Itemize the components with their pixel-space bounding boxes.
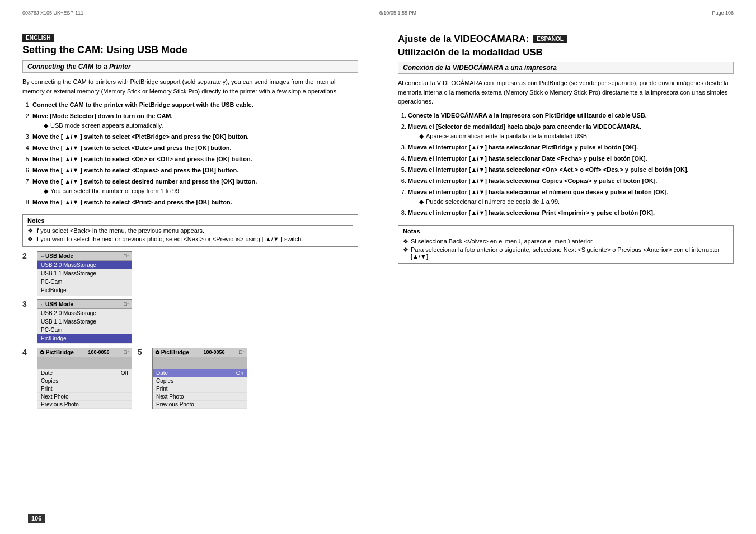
- document-date: 6/10/05 1:55 PM: [379, 10, 416, 16]
- page-number: 106: [28, 514, 45, 523]
- screen-5-label: ✿ PictBridge: [155, 349, 189, 355]
- step-2-bullet-es: ◆ Aparece automáticamente la pantalla de…: [419, 132, 734, 141]
- corner-mark-tl: +: [4, 4, 7, 10]
- screen-4-row-date: Date Off: [37, 369, 132, 377]
- right-column: Ajuste de la VIDEOCÁMARA: ESPAÑOL Utiliz…: [398, 34, 734, 512]
- document-page: Page 106: [712, 10, 734, 16]
- step-2-bullet-en: ◆ USB mode screen appears automatically.: [44, 121, 358, 130]
- corner-mark-tr: +: [749, 4, 752, 10]
- ajuste-title: Ajuste de la VIDEOCÁMARA:: [398, 34, 529, 45]
- screen-5-mockup: ✿ PictBridge 100-0056 □↑ Date On Copies: [152, 348, 247, 409]
- step-5-es: Mueva el interruptor [▲/▼] hasta selecci…: [408, 165, 734, 175]
- screen-4-mockup: ✿ PictBridge 100-0056 □↑ Date Off Copies: [37, 348, 132, 409]
- screen-5: 5 ✿ PictBridge 100-0056 □↑ Date On: [138, 348, 247, 409]
- step-7-en: Move the [ ▲/▼ ] switch to select desire…: [32, 177, 358, 196]
- notes-item-1-en: ❖ If you select <Back> in the menu, the …: [27, 227, 353, 235]
- section-title-en: Connecting the CAM to a Printer: [22, 60, 358, 73]
- notes-title-es: Notas: [403, 228, 729, 236]
- screen-5-topbar: ✿ PictBridge 100-0056 □↑: [153, 348, 247, 357]
- screen-3: 3 ←USB Mode □↑ USB 2.0 MassStorage USB 1…: [22, 299, 358, 344]
- screens-4-5-row: 4 ✿ PictBridge 100-0056 □↑ Date Off: [22, 348, 358, 413]
- notes-item-2-es: ❖ Para seleccionar la foto anterior o si…: [403, 246, 729, 260]
- screen-5-row-copies: Copies: [153, 377, 247, 385]
- screen-2-icon: □↑: [124, 253, 129, 259]
- screen-2-item-3: PC-Cam: [37, 278, 132, 286]
- screen-3-label: ←USB Mode: [40, 301, 73, 307]
- notes-box-es: Notas ❖ Si selecciona Back <Volver> en e…: [398, 225, 734, 264]
- corner-mark-bl: +: [4, 524, 7, 530]
- step-8-es: Mueva el interruptor [▲/▼] hasta selecci…: [408, 208, 734, 218]
- screen-3-num: 3: [22, 299, 32, 308]
- step-6-es: Mueva el interruptor [▲/▼] hasta selecci…: [408, 176, 734, 186]
- screen-4-icon: □↑: [124, 349, 129, 355]
- step-5-en: Move the [ ▲/▼ ] switch to select <On> o…: [32, 154, 358, 164]
- top-bar: 00876J X105 UK+ESP-111 6/10/05 1:55 PM P…: [22, 10, 734, 18]
- screen-4-num: 4: [22, 348, 32, 357]
- notes-box-en: Notes ❖ If you select <Back> in the menu…: [22, 214, 358, 247]
- document-id: 00876J X105 UK+ESP-111: [22, 10, 83, 16]
- screen-3-item-4: PictBridge: [37, 334, 132, 343]
- screens-area-en: 2 ←USB Mode □↑ USB 2.0 MassStorage USB 1…: [22, 251, 358, 512]
- ajuste-subtitle: Utilización de la modalidad USB: [398, 47, 734, 58]
- intro-text-es: Al conectar la VIDEOCÁMARA con impresora…: [398, 78, 734, 106]
- screen-5-row-next: Next Photo: [153, 393, 247, 401]
- screen-3-mockup: ←USB Mode □↑ USB 2.0 MassStorage USB 1.1…: [37, 299, 132, 344]
- screen-2-mockup: ←USB Mode □↑ USB 2.0 MassStorage USB 1.1…: [37, 251, 132, 296]
- step-2-es: Mueva el [Selector de modalidad] hacia a…: [408, 122, 734, 141]
- screen-4: 4 ✿ PictBridge 100-0056 □↑ Date Off: [22, 348, 132, 409]
- step-1-en: Connect the CAM to the printer with Pict…: [32, 100, 358, 110]
- screen-4-row-prev: Previous Photo: [37, 401, 132, 409]
- screen-3-item-1: USB 2.0 MassStorage: [37, 309, 132, 317]
- english-badge: ENGLISH: [22, 34, 54, 42]
- screen-4-row-next: Next Photo: [37, 393, 132, 401]
- step-7-bullet-es: ◆ Puede seleccionar el número de copia d…: [419, 197, 734, 207]
- screen-2-item-4: PictBridge: [37, 286, 132, 294]
- step-4-en: Move the [ ▲/▼ ] switch to select <Date>…: [32, 143, 358, 153]
- screen-2-label: ←USB Mode: [40, 253, 73, 259]
- steps-list-es: Conecte la VIDEOCÁMARA a la impresora co…: [398, 111, 734, 219]
- spanish-badge: ESPAÑOL: [533, 35, 567, 43]
- screen-5-folder: 100-0056: [203, 349, 224, 355]
- content-columns: ENGLISH Setting the CAM: Using USB Mode …: [22, 34, 734, 512]
- screen-5-row-prev: Previous Photo: [153, 401, 247, 409]
- screen-5-icon: □↑: [239, 349, 245, 355]
- step-7-bullet-en: ◆ You can select the number of copy from…: [44, 186, 358, 196]
- page-title-en: Setting the CAM: Using USB Mode: [22, 44, 358, 56]
- notes-item-1-es: ❖ Si selecciona Back <Volver> en el menú…: [403, 238, 729, 245]
- page: + + + + 00876J X105 UK+ESP-111 6/10/05 1…: [0, 0, 756, 534]
- left-title-block: ENGLISH Setting the CAM: Using USB Mode: [22, 34, 358, 57]
- screen-3-topbar: ←USB Mode □↑: [37, 300, 132, 309]
- left-column: ENGLISH Setting the CAM: Using USB Mode …: [22, 34, 358, 512]
- step-2-en: Move [Mode Selector] down to turn on the…: [32, 111, 358, 130]
- screen-2-item-2: USB 1.1 MassStorage: [37, 269, 132, 278]
- screen-2-topbar: ←USB Mode □↑: [37, 252, 132, 261]
- step-4-es: Mueva el interruptor [▲/▼] hasta selecci…: [408, 154, 734, 163]
- screen-5-image: [153, 357, 247, 369]
- step-1-es: Conecte la VIDEOCÁMARA a la impresora co…: [408, 111, 734, 120]
- intro-text-en: By connecting the CAM to printers with P…: [22, 77, 358, 96]
- screen-5-num: 5: [138, 348, 148, 357]
- screen-4-row-print: Print: [37, 385, 132, 393]
- steps-list-en: Connect the CAM to the printer with Pict…: [22, 100, 358, 209]
- notes-item-2-en: ❖ If you want to select the next or prev…: [27, 236, 353, 243]
- screen-4-topbar: ✿ PictBridge 100-0056 □↑: [37, 348, 132, 357]
- screen-2: 2 ←USB Mode □↑ USB 2.0 MassStorage USB 1…: [22, 251, 358, 296]
- step-7-es: Mueva el interruptor [▲/▼] hasta selecci…: [408, 188, 734, 207]
- step-6-en: Move the [ ▲/▼ ] switch to select <Copie…: [32, 166, 358, 175]
- screen-5-row-date: Date On: [153, 369, 247, 377]
- step-3-en: Move the [ ▲/▼ ] switch to select <PictB…: [32, 132, 358, 142]
- screen-2-num: 2: [22, 251, 32, 260]
- screen-4-label: ✿ PictBridge: [40, 349, 74, 355]
- screen-3-item-3: PC-Cam: [37, 326, 132, 334]
- screen-4-folder: 100-0056: [88, 349, 109, 355]
- screen-5-row-print: Print: [153, 385, 247, 393]
- column-divider: [378, 34, 378, 512]
- notes-title-en: Notes: [27, 217, 353, 226]
- screen-3-icon: □↑: [124, 301, 129, 307]
- screen-3-item-2: USB 1.1 MassStorage: [37, 317, 132, 326]
- right-header-block: Ajuste de la VIDEOCÁMARA: ESPAÑOL Utiliz…: [398, 34, 734, 58]
- screen-4-image: [37, 357, 132, 369]
- ajuste-title-line: Ajuste de la VIDEOCÁMARA: ESPAÑOL: [398, 34, 734, 45]
- screen-4-row-copies: Copies: [37, 377, 132, 385]
- section-title-es: Conexión de la VIDEOCÁMARA a una impreso…: [398, 62, 734, 74]
